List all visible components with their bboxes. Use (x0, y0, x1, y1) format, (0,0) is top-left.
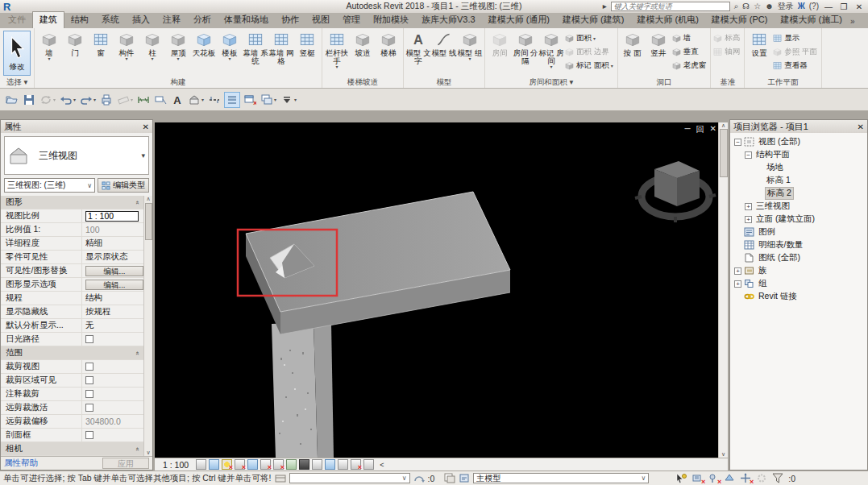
tab-体量和场地[interactable]: 体量和场地 (218, 12, 275, 28)
signin-label[interactable]: 登录 (778, 2, 794, 11)
design-options-icon[interactable] (444, 473, 455, 483)
edit-button[interactable]: 编辑... (85, 280, 143, 290)
scroll-down-icon[interactable]: ∨ (146, 450, 150, 456)
workset-combo[interactable]: ∨ (289, 473, 410, 483)
tab-管理[interactable]: 管理 (336, 12, 367, 28)
tab-建筑[interactable]: 建筑 (32, 11, 64, 28)
tree-item-视图 (全部)[interactable]: −视图 (全部) (733, 135, 867, 148)
tab-附加模块[interactable]: 附加模块 (367, 12, 415, 28)
vscroll-thumb[interactable] (720, 129, 728, 177)
ribbon-button-model-group[interactable]: 模型 组▾ (457, 30, 483, 61)
customize-qat-button[interactable]: ▾ (280, 92, 297, 108)
ribbon-button-room-separator[interactable]: 房间 分隔 (513, 30, 538, 65)
value-text[interactable]: 精细 (85, 238, 102, 249)
tree-item-Revit 链接[interactable]: Revit 链接 (733, 290, 867, 303)
switch-windows-button[interactable]: ▾ (260, 92, 277, 108)
section-button[interactable] (207, 92, 222, 108)
open-button[interactable] (5, 92, 19, 108)
tree-item-三维视图[interactable]: +三维视图 (733, 200, 867, 213)
dropdown-arrow-icon[interactable]: ▾ (93, 97, 96, 102)
ribbon-panel-label[interactable]: 选择 ▾ (0, 77, 34, 88)
undo-button[interactable]: ▾ (59, 92, 77, 108)
dropdown-arrow-icon[interactable]: ▾ (228, 57, 230, 61)
minimize-button[interactable]: — (823, 2, 834, 11)
tree-expander-icon[interactable]: + (734, 267, 741, 275)
highlight-displacement-sets-icon[interactable] (338, 459, 348, 470)
ribbon-button-window[interactable]: 窗 (88, 30, 114, 57)
tree-item-立面 (建筑立面)[interactable]: +立面 (建筑立面) (733, 213, 867, 226)
tab-建模大师 (通用)[interactable]: 建模大师 (通用) (482, 12, 556, 28)
ribbon-button-door[interactable]: 门 (62, 30, 88, 57)
reveal-hidden-elements-icon[interactable] (299, 459, 309, 470)
worksets-icon[interactable] (275, 473, 286, 483)
ribbon-button-ramp[interactable]: 坡道 (350, 30, 376, 57)
view-scale-input[interactable] (85, 211, 139, 222)
tree-expander-icon[interactable]: − (745, 151, 752, 159)
infocenter-collapse-icon[interactable]: ▸ (603, 2, 607, 11)
checkbox[interactable] (85, 431, 93, 439)
3d-view-canvas[interactable] (155, 122, 718, 458)
ribbon-button-set-workplane[interactable]: 设置 (746, 30, 772, 57)
dropdown-arrow-icon[interactable]: ▾ (611, 63, 613, 68)
revit-logo-icon[interactable]: R (3, 2, 10, 12)
text-button[interactable]: A (170, 92, 185, 108)
ribbon-button-stair[interactable]: 楼梯 (376, 30, 401, 57)
ribbon-button-vertical-opening[interactable]: 垂直 (671, 45, 709, 59)
help-icon[interactable]: (?) (809, 2, 819, 11)
property-section-相机[interactable]: 相机« (1, 442, 143, 456)
ribbon-button-wall-opening[interactable]: 墙 (671, 31, 709, 45)
viewport-vscrollbar[interactable]: ∧ ∨ (718, 122, 728, 458)
tab-建模大师 (机电)[interactable]: 建模大师 (机电) (630, 12, 704, 28)
ribbon-button-ceiling[interactable]: 天花板 (191, 30, 217, 57)
ribbon-button-model-line[interactable]: 模型 线 (431, 30, 457, 57)
dropdown-arrow-icon[interactable]: ▾ (201, 97, 204, 102)
project-browser-header[interactable]: 项目浏览器 - 项目1 ✕ (730, 120, 867, 133)
dropdown-arrow-icon[interactable]: ▾ (177, 57, 179, 61)
ribbon-button-floor[interactable]: 楼板▾ (217, 30, 243, 61)
thin-lines-button[interactable] (224, 92, 240, 108)
value-text[interactable]: 按规程 (85, 306, 111, 317)
tree-item-明细表/数量[interactable]: 明细表/数量 (733, 238, 867, 251)
dropdown-arrow-icon[interactable]: ▾ (274, 97, 276, 102)
tab-建模大师 (建筑)[interactable]: 建模大师 (建筑) (556, 12, 630, 28)
editing-requests-icon[interactable] (413, 473, 425, 483)
dropdown-arrow-icon[interactable]: ▾ (48, 57, 50, 61)
tree-item-标高 2[interactable]: 标高 2 (733, 187, 867, 200)
scroll-thumb[interactable] (145, 203, 152, 240)
properties-help-link[interactable]: 属性帮助 (4, 458, 38, 469)
tree-expander-icon[interactable]: + (734, 280, 741, 288)
property-section-图形[interactable]: 图形« (1, 196, 143, 209)
dropdown-arrow-icon[interactable]: ▾ (294, 97, 297, 102)
tab-注释[interactable]: 注释 (156, 12, 187, 28)
restore-button[interactable]: ❐ (838, 2, 849, 11)
ribbon-button-curtain-system[interactable]: 幕墙 系统 (243, 30, 268, 65)
ribbon-panel-label[interactable]: 房间和面积 ▾ (485, 77, 617, 88)
edit-button[interactable]: 编辑... (85, 266, 143, 276)
save-button[interactable] (22, 92, 36, 108)
scroll-up-icon[interactable]: ∧ (146, 196, 150, 202)
tab-族库大师V3.3[interactable]: 族库大师V3.3 (415, 12, 482, 28)
close-button[interactable]: ✕ (853, 2, 865, 11)
checkbox[interactable] (85, 404, 93, 412)
close-hidden-windows-button[interactable]: × (243, 92, 257, 108)
edit-type-button[interactable]: 编辑类型 (98, 178, 149, 193)
aligned-dimension-button[interactable] (136, 92, 151, 108)
properties-scrollbar[interactable]: ∧ ∨ (143, 196, 152, 456)
tab-overflow-icon[interactable]: » (850, 17, 855, 28)
ribbon-button-mullion[interactable]: 竖梃 (294, 30, 320, 57)
pick-to-edit-icon[interactable] (459, 473, 470, 483)
ribbon-button-component[interactable]: 构件▾ (114, 30, 139, 61)
hide-analytical-model-icon[interactable] (325, 459, 335, 470)
redo-button[interactable]: ▾ (79, 92, 97, 108)
properties-close-icon[interactable]: ✕ (143, 122, 149, 131)
select-elements-by-face-icon[interactable] (724, 473, 735, 483)
ribbon-button-tag-area[interactable]: 标记 面积▾ (564, 59, 616, 73)
tree-expander-icon[interactable]: − (734, 139, 741, 146)
view-close-icon[interactable]: ✕ (710, 124, 716, 135)
default-3d-view-button[interactable]: ▾ (187, 92, 205, 108)
select-links-icon[interactable] (675, 473, 687, 483)
tree-expander-icon[interactable]: + (745, 216, 752, 223)
type-selector[interactable]: 三维视图 ▾ (4, 136, 149, 175)
checkbox[interactable] (85, 335, 93, 343)
ribbon-button-column[interactable]: 柱▾ (139, 30, 165, 61)
